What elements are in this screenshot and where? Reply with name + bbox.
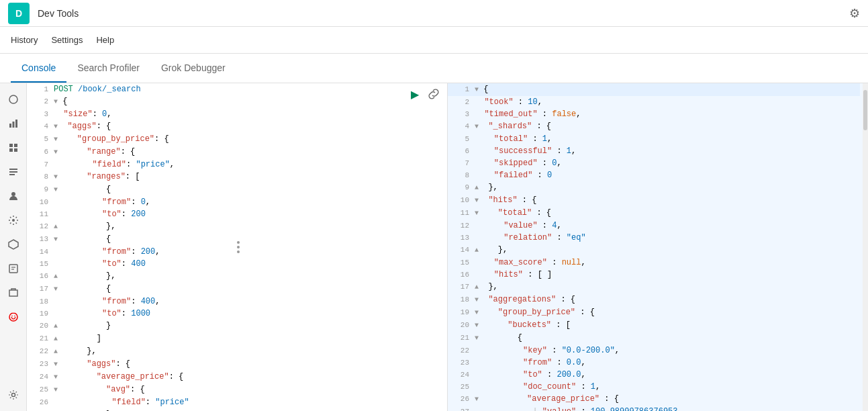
r-code-line-15: 15 "max_score" : null, (448, 257, 860, 269)
sidebar-icon-4[interactable] (3, 185, 24, 207)
svg-rect-5 (14, 144, 17, 147)
right-editor: 1 ▼ { 2 "took" : 10, 3 "timed_out" : fal… (448, 83, 868, 411)
svg-point-17 (11, 394, 15, 397)
svg-rect-7 (14, 148, 17, 152)
r-code-line-9: 9 ▲ }, (448, 181, 860, 194)
svg-point-0 (9, 95, 17, 103)
sidebar-icon-8[interactable] (3, 282, 24, 304)
r-code-line-14: 14 ▲ }, (448, 244, 860, 257)
svg-rect-6 (9, 148, 13, 152)
r-code-line-18: 18 ▼ "aggregations" : { (448, 293, 860, 306)
r-code-line-22: 22 "key" : "0.0-200.0", (448, 345, 860, 357)
sidebar-icon-7[interactable] (3, 258, 24, 279)
tab-grok-debugger[interactable]: Grok Debugger (150, 54, 236, 83)
r-code-line-27: 27 | "value" : 100.98999786376953 (448, 406, 860, 411)
r-code-line-20: 20 ▼ "buckets" : [ (448, 319, 860, 332)
r-code-line-12: 12 "value" : 4, (448, 220, 860, 232)
svg-point-12 (12, 219, 15, 222)
settings-icon[interactable]: ⚙ (849, 7, 860, 20)
r-code-line-24: 24 "to" : 200.0, (448, 369, 860, 381)
sidebar-icon-0[interactable] (3, 89, 24, 110)
vertical-scrollbar[interactable] (863, 83, 868, 411)
nav-history[interactable]: History (11, 32, 38, 48)
copy-link-button[interactable] (426, 86, 442, 102)
sidebar-icon-2[interactable] (3, 137, 24, 158)
svg-rect-9 (9, 171, 17, 173)
sidebar-icon-9[interactable] (3, 306, 24, 328)
sidebar-icon-5[interactable] (3, 210, 24, 231)
editor-toolbar: ▶ (407, 86, 442, 102)
right-code-editor[interactable]: 1 ▼ { 2 "took" : 10, 3 "timed_out" : fal… (448, 83, 868, 411)
play-button[interactable]: ▶ (407, 86, 423, 102)
sidebar (0, 83, 27, 411)
r-code-line-3: 3 "timed_out" : false, (448, 108, 860, 120)
tab-search-profiler[interactable]: Search Profiler (66, 54, 150, 83)
sidebar-icon-6[interactable] (3, 234, 24, 255)
svg-rect-1 (9, 124, 11, 128)
sidebar-icon-3[interactable] (3, 161, 24, 183)
r-code-line-4: 4 ▼ "_shards" : { (448, 120, 860, 133)
logo-letter: D (15, 8, 22, 19)
nav-bar: History Settings Help (0, 27, 868, 54)
nav-help[interactable]: Help (96, 32, 114, 48)
top-bar: D Dev Tools ⚙ (0, 0, 868, 27)
svg-rect-2 (12, 122, 14, 128)
r-code-line-11: 11 ▼ "total" : { (448, 207, 860, 220)
r-code-line-7: 7 "skipped" : 0, (448, 157, 860, 169)
svg-point-11 (11, 192, 15, 196)
r-code-line-17: 17 ▲ }, (448, 281, 860, 293)
main-content: ▶ 1 POST /book/_search 2 ▼ { 3 "size": 0 (0, 83, 868, 411)
editor-section: ▶ 1 POST /book/_search 2 ▼ { 3 "size": 0 (27, 83, 868, 411)
scrollbar-thumb[interactable] (863, 90, 867, 130)
app-logo: D (8, 3, 30, 24)
r-code-line-10: 10 ▼ "hits" : { (448, 194, 860, 207)
r-code-line-21: 21 ▼ { (448, 332, 860, 345)
r-code-line-13: 13 "relation" : "eq" (448, 232, 860, 244)
nav-settings[interactable]: Settings (51, 32, 83, 48)
tabs-bar: Console Search Profiler Grok Debugger (0, 54, 868, 83)
top-bar-right: ⚙ (849, 6, 860, 21)
svg-rect-3 (15, 120, 17, 128)
r-code-line-6: 6 "successful" : 1, (448, 145, 860, 157)
sidebar-icon-10[interactable] (3, 384, 24, 406)
r-code-line-25: 25 "doc_count" : 1, (448, 381, 860, 393)
r-code-line-16: 16 "hits" : [ ] (448, 269, 860, 281)
r-code-line-26: 26 ▼ "average_price" : { (448, 393, 860, 406)
r-code-line-2: 2 "took" : 10, (448, 96, 860, 108)
tab-console[interactable]: Console (11, 54, 66, 83)
app-title: Dev Tools (38, 8, 79, 19)
svg-point-15 (11, 316, 13, 317)
svg-rect-8 (9, 169, 17, 170)
r-code-line-23: 23 "from" : 0.0, (448, 357, 860, 369)
drag-handle[interactable] (237, 83, 240, 411)
svg-rect-10 (9, 174, 15, 175)
svg-rect-4 (9, 144, 13, 147)
r-code-line-5: 5 "total" : 1, (448, 133, 860, 145)
r-code-line-8: 8 "failed" : 0 (448, 169, 860, 181)
r-code-line-19: 19 ▼ "group_by_price" : { (448, 306, 860, 319)
left-editor: ▶ 1 POST /book/_search 2 ▼ { 3 "size": 0 (27, 83, 448, 411)
r-code-line-1: 1 ▼ { (448, 83, 860, 96)
svg-point-16 (14, 316, 15, 317)
sidebar-icon-1[interactable] (3, 113, 24, 134)
